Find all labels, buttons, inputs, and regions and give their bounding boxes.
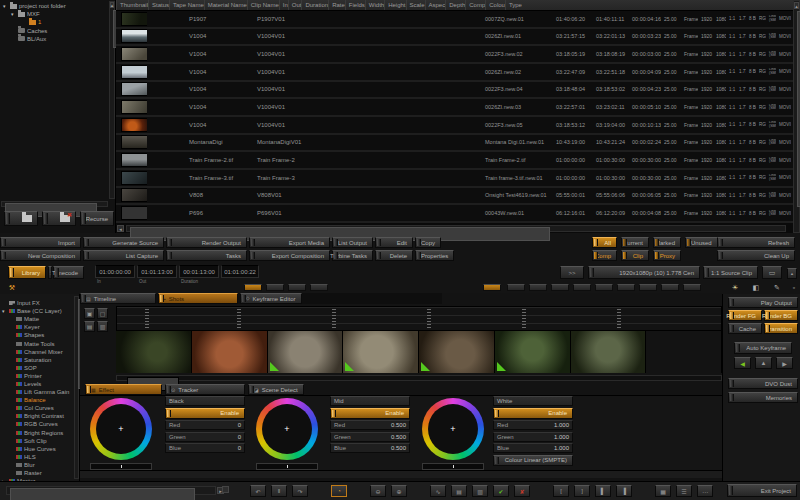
tree-item[interactable]: Caches bbox=[0, 27, 108, 35]
column-header[interactable]: Out bbox=[288, 0, 302, 10]
table-row[interactable]: V1004 V1004V01 0026ZI.new.03 03:22:57:01… bbox=[116, 99, 794, 117]
column-header[interactable]: Status bbox=[148, 0, 169, 10]
green-field[interactable]: Green0.500 bbox=[330, 432, 410, 442]
table-row[interactable]: Train Frame-3.tif Train Frame-3 Train fr… bbox=[116, 170, 794, 188]
format-selector[interactable]: 1920x1080p (10) 1.778 Cen bbox=[588, 266, 700, 279]
duration-timecode-field[interactable]: 00:01:13:00 bbox=[179, 265, 219, 278]
red-field[interactable]: Red1.000 bbox=[493, 420, 573, 430]
shot-thumbnail[interactable] bbox=[571, 331, 647, 373]
blue-field[interactable]: Blue0.500 bbox=[330, 443, 410, 453]
column-header[interactable]: Tape Name bbox=[169, 0, 204, 10]
filter-button[interactable]: Proxy bbox=[653, 250, 681, 261]
tree-item[interactable]: MXF bbox=[0, 10, 108, 18]
tree-item[interactable]: BL/Aux bbox=[0, 35, 108, 43]
dvo-dust-button[interactable]: DVO Dust bbox=[728, 378, 798, 389]
blue-field[interactable]: Blue1.000 bbox=[493, 443, 573, 453]
filter-button[interactable]: Comp bbox=[592, 250, 617, 261]
bank-tab[interactable] bbox=[310, 284, 328, 291]
shot-thumbnail[interactable] bbox=[192, 331, 268, 373]
mute-toggle[interactable]: ▢ bbox=[97, 308, 108, 319]
column-header[interactable]: Comp bbox=[465, 0, 485, 10]
view-tab[interactable]: ▤ Timeline bbox=[80, 293, 156, 304]
table-row[interactable]: Train Frame-2.tif Train Frame-2 Train Fr… bbox=[116, 152, 794, 170]
table-row[interactable]: V1004 V1004V01 0022F3.new.02 03:18:05:19… bbox=[116, 46, 794, 64]
effect-item[interactable]: Matte Tools bbox=[0, 339, 79, 347]
bulb-icon[interactable]: ☀ bbox=[729, 282, 741, 293]
timeline-ruler[interactable] bbox=[116, 306, 722, 331]
tree-horizontal-scrollbar[interactable] bbox=[1, 201, 108, 207]
keyframe-button[interactable]: ▲ bbox=[755, 357, 772, 369]
toolbar-icon[interactable]: ▐ bbox=[616, 485, 632, 497]
effect-item[interactable]: Keyer bbox=[0, 323, 79, 331]
caret-icon[interactable] bbox=[2, 308, 7, 314]
shot-thumbnail[interactable] bbox=[495, 331, 571, 373]
toolbar-icon[interactable]: ⊕ bbox=[391, 485, 407, 497]
effect-item[interactable]: Saturation bbox=[0, 356, 79, 364]
effect-item[interactable]: Input FX bbox=[0, 299, 79, 307]
action-button[interactable]: Turbine Tasks bbox=[332, 250, 373, 261]
filter-button[interactable]: Current bbox=[621, 237, 649, 248]
recurse-button[interactable]: Recurse bbox=[80, 211, 114, 226]
memory-tab[interactable] bbox=[617, 284, 635, 291]
action-button[interactable]: Generate Source bbox=[83, 237, 164, 248]
green-field[interactable]: Green1.000 bbox=[493, 432, 573, 442]
table-row[interactable]: V1004 V1004V01 0026ZI.new.02 03:22:47:09… bbox=[116, 64, 794, 82]
exit-project-button[interactable]: Exit Project bbox=[727, 484, 797, 497]
filter-button[interactable]: Clip bbox=[621, 250, 649, 261]
effect-item[interactable]: Bright Contrast bbox=[0, 412, 79, 420]
red-field[interactable]: Red0.500 bbox=[330, 420, 410, 430]
auto-keyframe-button[interactable]: Auto Keyframe bbox=[734, 342, 792, 354]
table-row[interactable]: V1004 V1004V01 0022F3.new.04 03:18:48:04… bbox=[116, 82, 794, 100]
blue-field[interactable]: Blue0 bbox=[165, 443, 245, 453]
memory-tab[interactable] bbox=[683, 284, 701, 291]
column-header[interactable]: Depth bbox=[445, 0, 465, 10]
table-row[interactable]: MontanaDigi MontanaDigiV01 Montana Digi.… bbox=[116, 135, 794, 153]
column-header[interactable]: Rate bbox=[328, 0, 345, 10]
table-row[interactable]: V808 V808V01 Onsight Test4619.new.01 05:… bbox=[116, 188, 794, 206]
effects-scrollbar[interactable] bbox=[74, 296, 79, 479]
effect-item[interactable]: Blur bbox=[0, 461, 79, 469]
column-header[interactable]: Height bbox=[384, 0, 405, 10]
keyframe-button[interactable]: ◀ bbox=[734, 357, 751, 369]
bottom-scrollbar[interactable]: ▸ bbox=[6, 486, 216, 495]
enable-button[interactable]: Enable bbox=[330, 408, 410, 419]
render-fg-button[interactable]: Render FG bbox=[728, 310, 762, 321]
green-field[interactable]: Green0 bbox=[165, 432, 245, 442]
tool-tab[interactable]: ⊙ Tracker bbox=[165, 384, 245, 395]
cleanup-button[interactable]: Clean Up bbox=[717, 250, 795, 261]
action-button[interactable]: Copy bbox=[415, 237, 441, 248]
shot-thumbnail[interactable] bbox=[116, 331, 192, 373]
effect-item[interactable]: Col Curves bbox=[0, 404, 79, 412]
column-header[interactable]: Aspec bbox=[425, 0, 446, 10]
memory-tab[interactable] bbox=[551, 284, 569, 291]
memory-tab[interactable] bbox=[529, 284, 547, 291]
tree-vertical-scrollbar[interactable]: ▴ bbox=[109, 1, 115, 199]
effect-item[interactable]: SOP bbox=[0, 364, 79, 372]
timecode-button[interactable]: Timecode bbox=[53, 266, 84, 279]
caret-icon[interactable] bbox=[3, 3, 8, 9]
white-level-slider[interactable] bbox=[422, 463, 484, 470]
shot-thumbnail[interactable] bbox=[646, 331, 722, 373]
memory-tab[interactable] bbox=[661, 284, 679, 291]
action-button[interactable]: Delete bbox=[375, 250, 413, 261]
column-header[interactable]: Clip Name bbox=[247, 0, 279, 10]
cache-button[interactable]: Cache bbox=[728, 323, 762, 334]
render-bg-button[interactable]: Render BG bbox=[764, 310, 798, 321]
enable-button[interactable]: Enable bbox=[165, 408, 245, 419]
column-header[interactable]: Thumbnail bbox=[116, 0, 148, 10]
effect-item[interactable]: Printer bbox=[0, 372, 79, 380]
wrench-icon[interactable]: ⚒ bbox=[6, 282, 18, 293]
tool-tab[interactable]: ◪ Scene Detect bbox=[248, 384, 304, 395]
toolbar-icon[interactable]: ] bbox=[574, 485, 590, 497]
keyframe-button[interactable]: ▶ bbox=[776, 357, 793, 369]
table-horizontal-scrollbar[interactable] bbox=[126, 225, 786, 232]
transition-button[interactable]: Transition bbox=[764, 323, 798, 334]
new-folder-button[interactable] bbox=[4, 211, 38, 226]
mid-level-slider[interactable] bbox=[256, 463, 318, 470]
effect-item[interactable]: Levels bbox=[0, 380, 79, 388]
effect-item[interactable]: Bright Regions bbox=[0, 429, 79, 437]
action-button[interactable]: Export Composition bbox=[249, 250, 330, 261]
toolbar-icon[interactable]: ⊖ bbox=[370, 485, 386, 497]
view-tab[interactable]: ⬦ Keyframe Editor bbox=[240, 293, 302, 304]
table-row[interactable]: V1004 V1004V01 0022F3.new.05 03:18:53:12… bbox=[116, 117, 794, 135]
